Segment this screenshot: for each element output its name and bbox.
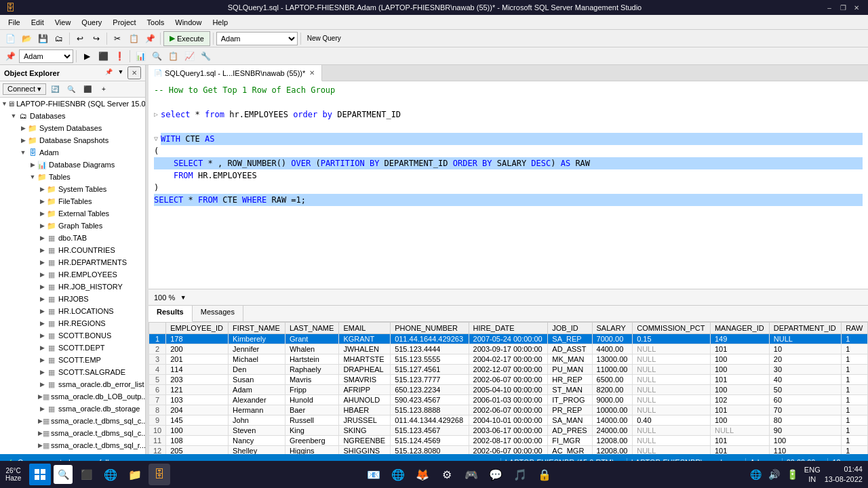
tree-item-hr-locations[interactable]: ▶ ▦ HR.LOCATIONS: [0, 305, 145, 317]
save-all-btn[interactable]: 🗂: [52, 31, 66, 46]
tree-item-ssma3[interactable]: ▶ ▦ ssma_oracle.db_storage: [0, 403, 145, 415]
tb2-btn9[interactable]: 🔧: [198, 49, 213, 64]
query-tab[interactable]: 📄 SQLQuery1.sql - L...IESNBR\nawab (55))…: [149, 65, 322, 81]
collapse-icon[interactable]: ▽: [154, 133, 158, 145]
menu-file[interactable]: File: [3, 15, 26, 30]
oe-stop-btn[interactable]: ⬛: [80, 82, 95, 97]
table-row[interactable]: 7 103 Alexander Hunold AHUNOLD 590.423.4…: [149, 395, 868, 405]
tree-item-system-tables[interactable]: ▶ 📁 System Tables: [0, 183, 145, 195]
new-query-btn[interactable]: 📄: [3, 31, 18, 46]
tree-item-db-snapshots[interactable]: ▶ 📁 Database Snapshots: [0, 134, 145, 146]
table-row[interactable]: 10 100 Steven King SKING 515.123.4567 20…: [149, 426, 868, 436]
tb2-btn3[interactable]: ⬛: [96, 49, 111, 64]
restore-button[interactable]: ❐: [837, 1, 849, 14]
tab-close-btn[interactable]: ✕: [308, 68, 316, 77]
database-select[interactable]: Adam: [216, 32, 298, 45]
table-row[interactable]: 6 121 Adam Fripp AFRIPP 650.123.2234 200…: [149, 385, 868, 395]
menu-help[interactable]: Help: [207, 15, 233, 30]
start-button[interactable]: [29, 464, 51, 485]
table-row[interactable]: 5 203 Susan Mavris SMAVRIS 515.123.7777 …: [149, 375, 868, 385]
tree-item-external-tables[interactable]: ▶ 📁 External Tables: [0, 207, 145, 220]
tree-item-scott-bonus[interactable]: ▶ ▦ SCOTT.BONUS: [0, 329, 145, 342]
table-row[interactable]: 1 178 Kimberely Grant KGRANT 011.44.1644…: [149, 334, 868, 344]
taskbar-app1[interactable]: 📧: [363, 464, 384, 485]
paste-btn[interactable]: 📌: [142, 31, 157, 46]
tree-item-laptop[interactable]: ▼ 🖥 LAPTOP-FHIESNBR (SQL Server 15.0.2: [0, 98, 145, 110]
tree-item-dbo-tab[interactable]: ▶ ▦ dbo.TAB: [0, 232, 145, 244]
tree-item-graph-tables[interactable]: ▶ 📁 Graph Tables: [0, 220, 145, 232]
tb2-btn2[interactable]: ▶: [79, 49, 94, 64]
oe-refresh-btn[interactable]: 🔄: [47, 82, 62, 97]
tree-item-hr-departments[interactable]: ▶ ▦ HR.DEPARTMENTS: [0, 256, 145, 268]
connect-button[interactable]: Connect ▾: [3, 83, 46, 95]
collapse-icon[interactable]: ▷: [154, 108, 158, 121]
tb2-btn4[interactable]: ❗: [112, 49, 127, 64]
menu-project[interactable]: Project: [107, 15, 141, 30]
tb2-btn8[interactable]: 📈: [182, 49, 197, 64]
tree-item-ssma4[interactable]: ▶ ▦ ssma_oracle.t_dbms_sql_c...: [0, 415, 145, 427]
search-taskbar-btn[interactable]: 🔍: [54, 465, 73, 484]
code-editor[interactable]: -- How to Get Top 1 Row of Each Group ▷ …: [149, 81, 868, 289]
tree-item-file-tables[interactable]: ▶ 📁 FileTables: [0, 195, 145, 207]
ssms-btn[interactable]: 🗄: [149, 464, 170, 485]
redo-btn[interactable]: ↪: [89, 31, 104, 46]
tree-item-hrjobs[interactable]: ▶ ▦ HRJOBS: [0, 293, 145, 305]
tree-item-ssma6[interactable]: ▶ ▦ ssma_oracle.t_dbms_sql_r...: [0, 439, 145, 451]
table-row[interactable]: 2 200 Jennifer Whalen JWHALEN 515.123.44…: [149, 344, 868, 354]
tb2-btn1[interactable]: 📌: [3, 49, 18, 64]
table-row[interactable]: 9 145 John Russell JRUSSEL 011.44.1344.4…: [149, 415, 868, 426]
tree-item-db-diagrams[interactable]: ▶ 📊 Database Diagrams: [0, 159, 145, 171]
tb2-btn6[interactable]: 🔍: [149, 49, 164, 64]
oe-new-btn[interactable]: +: [96, 82, 111, 97]
taskbar-app4[interactable]: ⚙: [436, 464, 458, 485]
taskbar-app3[interactable]: 🦊: [412, 464, 433, 485]
table-row[interactable]: 8 204 Hermann Baer HBAER 515.123.8888 20…: [149, 405, 868, 415]
results-tab[interactable]: Results: [149, 306, 193, 322]
tree-item-views[interactable]: ▶ 📁 Views: [0, 451, 145, 454]
tray-network-icon[interactable]: 🌐: [748, 468, 764, 481]
tb2-btn7[interactable]: 📋: [165, 49, 180, 64]
tree-item-system-dbs[interactable]: ▶ 📁 System Databases: [0, 122, 145, 134]
oe-pin-btn[interactable]: 📌: [103, 66, 114, 77]
oe-close-btn[interactable]: ✕: [127, 66, 141, 79]
messages-tab[interactable]: Messages: [193, 306, 243, 321]
zoom-dropdown[interactable]: ▼: [178, 292, 189, 303]
tree-item-hr-countries[interactable]: ▶ ▦ HR.COUNTRIES: [0, 244, 145, 256]
table-row[interactable]: 12 205 Shelley Higgins SHIGGINS 515.123.…: [149, 446, 868, 455]
menu-edit[interactable]: Edit: [26, 15, 50, 30]
oe-filter-btn[interactable]: 🔍: [64, 82, 79, 97]
new-query-2-btn[interactable]: New Query: [304, 31, 344, 46]
results-content[interactable]: EMPLOYEE_ID FIRST_NAME LAST_NAME EMAIL P…: [149, 322, 868, 454]
tree-item-hr-regions[interactable]: ▶ ▦ HR.REGIONS: [0, 317, 145, 329]
menu-window[interactable]: Window: [170, 15, 207, 30]
tree-item-adam[interactable]: ▼ 🗄 Adam: [0, 146, 145, 159]
tree-item-scott-dept[interactable]: ▶ ▦ SCOTT.DEPT: [0, 342, 145, 354]
tree-item-hr-job-history[interactable]: ▶ ▦ HR.JOB_HISTORY: [0, 281, 145, 293]
task-view-btn[interactable]: ⬛: [75, 464, 97, 485]
taskbar-app6[interactable]: 💬: [485, 464, 507, 485]
menu-query[interactable]: Query: [76, 15, 107, 30]
menu-tools[interactable]: Tools: [142, 15, 170, 30]
tree-item-hr-employees[interactable]: ▶ ▦ HR.EMPLOYEES: [0, 268, 145, 281]
tree-item-databases[interactable]: ▼ 🗂 Databases: [0, 110, 145, 122]
close-button[interactable]: ✕: [850, 1, 863, 14]
tree-item-tables[interactable]: ▼ 📁 Tables: [0, 171, 145, 183]
table-row[interactable]: 3 201 Michael Hartstein MHARTSTE 515.123…: [149, 354, 868, 365]
copy-btn[interactable]: 📋: [126, 31, 141, 46]
taskbar-app7[interactable]: 🎵: [509, 464, 531, 485]
open-btn[interactable]: 📂: [19, 31, 34, 46]
cut-btn[interactable]: ✂: [110, 31, 125, 46]
taskbar-app2[interactable]: 🌐: [387, 464, 409, 485]
execute-button[interactable]: ▶ Execute: [163, 31, 210, 46]
minimize-button[interactable]: –: [823, 1, 835, 14]
table-row[interactable]: 4 114 Den Raphaely DRAPHEAL 515.127.4561…: [149, 365, 868, 375]
tray-battery-icon[interactable]: 🔋: [785, 468, 800, 481]
table-row[interactable]: 11 108 Nancy Greenberg NGREENBE 515.124.…: [149, 436, 868, 446]
tree-item-scott-emp[interactable]: ▶ ▦ SCOTT.EMP: [0, 354, 145, 366]
tray-volume-icon[interactable]: 🔊: [766, 468, 782, 481]
taskbar-app5[interactable]: 🎮: [460, 464, 482, 485]
edge-btn[interactable]: 🌐: [100, 464, 121, 485]
tree-item-scott-salgrade[interactable]: ▶ ▦ SCOTT.SALGRADE: [0, 366, 145, 378]
tree-item-ssma1[interactable]: ▶ ▦ ssma_oracle.db_error_list: [0, 378, 145, 390]
tb2-btn5[interactable]: 📊: [133, 49, 148, 64]
